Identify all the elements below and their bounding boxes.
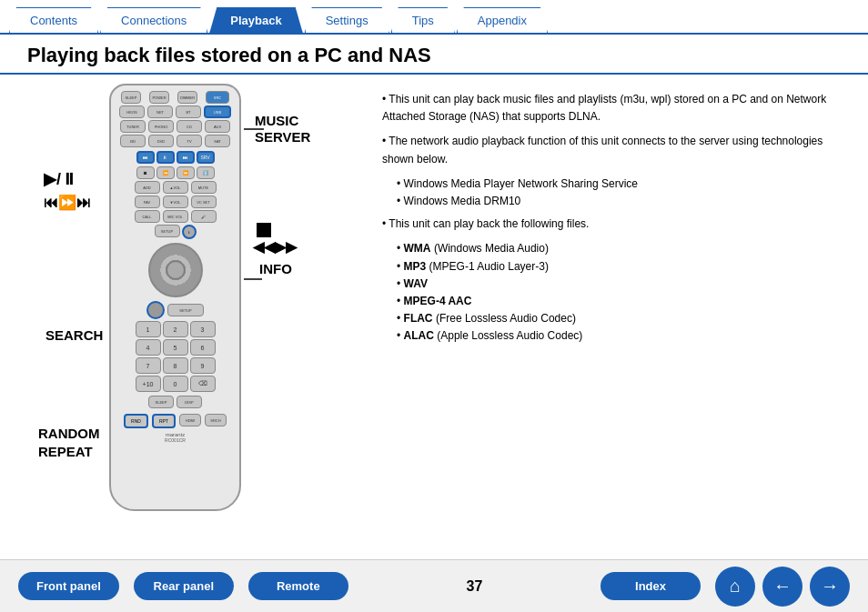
home-button[interactable]: ⌂ xyxy=(715,567,755,607)
file-type-aac: • MPEG-4 AAC xyxy=(397,293,841,310)
bottom-bar: Front panel Rear panel Remote 37 Index ⌂… xyxy=(0,559,868,612)
tech-2: • Windows Media DRM10 xyxy=(397,193,841,210)
remote-button[interactable]: Remote xyxy=(248,572,348,600)
tab-appendix[interactable]: Appendix xyxy=(457,7,548,33)
file-type-flac: • FLAC (Free Lossless Audio Codec) xyxy=(397,310,841,327)
content-bullet-3: • This unit can play back the following … xyxy=(382,216,841,233)
forward-button[interactable]: → xyxy=(810,567,850,607)
file-type-wma: • WMA (Windows Media Audio) xyxy=(397,240,841,257)
music-server-label: MUSIC SERVER xyxy=(255,113,310,145)
front-panel-button[interactable]: Front panel xyxy=(18,572,119,600)
tab-playback[interactable]: Playback xyxy=(209,7,302,33)
main-content: SLEEP POWER DIMMER SRC HEOS NET BT USB T… xyxy=(0,75,868,534)
nav-center xyxy=(167,261,185,279)
file-type-alac: • ALAC (Apple Lossless Audio Codec) xyxy=(397,327,841,345)
content-bullet-2: • The network audio playback function of… xyxy=(382,133,841,167)
file-type-mp3: • MP3 (MPEG-1 Audio Layer-3) xyxy=(397,258,841,276)
remote-body: SLEEP POWER DIMMER SRC HEOS NET BT USB T… xyxy=(109,84,241,511)
tech-1: • Windows Media Player Network Sharing S… xyxy=(397,176,841,193)
index-button[interactable]: Index xyxy=(601,572,701,600)
tab-tips[interactable]: Tips xyxy=(391,7,455,33)
left-side: SLEEP POWER DIMMER SRC HEOS NET BT USB T… xyxy=(18,84,364,525)
nav-icons: ⌂ ← → xyxy=(715,567,850,607)
content-bullet-1: • This unit can play back music files an… xyxy=(382,91,841,125)
tab-contents[interactable]: Contents xyxy=(9,7,98,33)
keypad: 123 456 789 +100⌫ xyxy=(111,321,239,392)
stop-button-indicator xyxy=(257,223,271,237)
back-button[interactable]: ← xyxy=(762,567,802,607)
nav-ring xyxy=(148,243,203,297)
rear-panel-button[interactable]: Rear panel xyxy=(134,572,234,600)
random-repeat-label: RANDOM REPEAT xyxy=(38,425,100,460)
page-title: Playing back files stored on a PC and NA… xyxy=(0,35,868,75)
info-label: INFO xyxy=(259,261,292,276)
navigation-tabs: Contents Connections Playback Settings T… xyxy=(0,0,868,35)
file-type-wav: • WAV xyxy=(397,276,841,293)
model-text: RC001CR xyxy=(111,437,239,443)
rewind-ff-indicator: ◀◀▶▶ xyxy=(253,238,297,256)
remote-control: SLEEP POWER DIMMER SRC HEOS NET BT USB T… xyxy=(109,84,241,511)
page-number: 37 xyxy=(363,578,586,595)
tab-connections[interactable]: Connections xyxy=(100,7,207,33)
search-label: SEARCH xyxy=(45,327,103,343)
tab-settings[interactable]: Settings xyxy=(305,7,389,33)
right-side-content: • This unit can play back music files an… xyxy=(373,84,850,525)
